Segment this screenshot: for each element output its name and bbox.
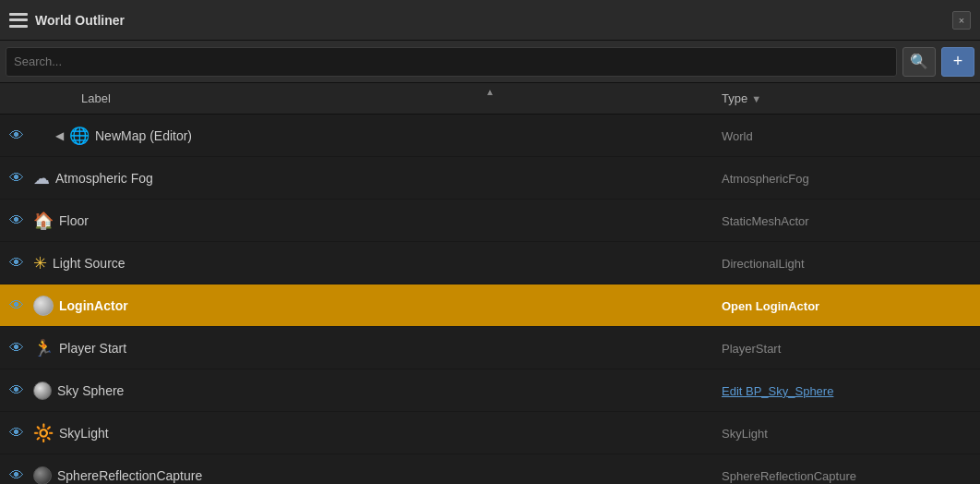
label-column-header[interactable]: Label [33,91,722,105]
visibility-toggle[interactable]: 👁 [0,212,33,229]
search-bar: 🔍 + [0,41,980,83]
table-row[interactable]: 👁 LoginActor Open LoginActor [0,284,980,327]
eye-icon: 👁 [9,425,24,442]
actor-type: SphereReflectionCapture [722,469,856,483]
type-cell: SkyLight [722,426,980,441]
actor-icon-wrap: 🏃 [33,338,54,358]
type-cell: Open LoginActor [722,298,980,313]
panel-icon [9,13,28,28]
actor-type: DirectionalLight [722,257,805,271]
title-bar: World Outliner × [0,0,980,41]
label-cell: Sky Sphere [52,383,722,398]
label-cell: SkyLight [54,426,722,441]
eye-icon: 👁 [9,467,24,484]
label-cell: SphereReflectionCapture [52,468,722,483]
actor-icon: 🔆 [33,423,54,443]
type-cell: PlayerStart [722,341,980,356]
eye-icon: 👁 [9,340,24,357]
actor-icon: 🏠 [33,211,54,231]
sort-arrow-icon: ▲ [485,87,495,97]
visibility-toggle[interactable]: 👁 [0,127,33,144]
actor-icon [33,466,52,485]
type-cell: World [722,128,980,143]
label-cell: Atmospheric Fog [50,171,722,186]
actor-type: AtmosphericFog [722,172,809,186]
actor-icon-wrap [33,381,52,400]
actor-type[interactable]: Edit BP_Sky_Sphere [722,384,833,398]
actor-icon: 🌐 [69,126,90,146]
eye-icon: 👁 [9,382,24,399]
visibility-toggle[interactable]: 👁 [0,382,33,399]
label-cell: Player Start [54,341,722,356]
table-row[interactable]: 👁 🔆 SkyLight SkyLight [0,412,980,454]
search-field-wrap[interactable] [6,47,897,77]
actor-type: World [722,129,753,143]
actor-icon-wrap: 🔆 [33,423,54,443]
type-cell: Edit BP_Sky_Sphere [722,383,980,398]
actor-type: SkyLight [722,427,768,441]
label-cell: Floor [54,213,722,228]
actor-type: StaticMeshActor [722,214,809,228]
table-row[interactable]: 👁 ☁ Atmospheric Fog AtmosphericFog [0,157,980,200]
type-cell: DirectionalLight [722,256,980,271]
table-row[interactable]: 👁 ✳ Light Source DirectionalLight [0,242,980,284]
actor-label: SkyLight [59,426,109,441]
actor-type: Open LoginActor [722,299,819,313]
visibility-toggle[interactable]: 👁 [0,425,33,442]
table-row[interactable]: 👁 🏠 Floor StaticMeshActor [0,200,980,242]
eye-icon: 👁 [9,297,24,314]
search-input[interactable] [6,48,896,76]
table-row[interactable]: 👁 Sky Sphere Edit BP_Sky_Sphere [0,369,980,412]
table-row[interactable]: 👁 SphereReflectionCapture SphereReflecti… [0,454,980,484]
label-cell: NewMap (Editor) [90,128,722,143]
actor-label: Floor [59,213,89,228]
eye-icon: 👁 [9,212,24,229]
actor-icon: 🏃 [33,338,54,358]
actor-icon-wrap [33,466,52,485]
table-row[interactable]: 👁 ◀ 🌐 NewMap (Editor) World [0,115,980,157]
visibility-toggle[interactable]: 👁 [0,255,33,272]
actor-icon-wrap [33,296,54,316]
visibility-toggle[interactable]: 👁 [0,467,33,484]
visibility-toggle[interactable]: 👁 [0,340,33,357]
actor-label: Sky Sphere [57,383,124,398]
actor-label: Light Source [53,256,125,271]
column-headers: ▲ Label Type ▼ [0,83,980,115]
actor-icon: ☁ [33,168,50,188]
actor-label: SphereReflectionCapture [57,468,202,483]
type-cell: AtmosphericFog [722,171,980,186]
eye-icon: 👁 [9,255,24,272]
table-row[interactable]: 👁 🏃 Player Start PlayerStart [0,327,980,369]
close-button[interactable]: × [952,11,971,30]
actor-type: PlayerStart [722,342,781,356]
eye-icon: 👁 [9,170,24,187]
actor-label: Atmospheric Fog [55,171,153,186]
type-column-header[interactable]: Type ▼ [722,91,980,105]
type-cell: SphereReflectionCapture [722,468,980,483]
actor-list[interactable]: 👁 ◀ 🌐 NewMap (Editor) World 👁 ☁ [0,115,980,484]
label-cell: LoginActor [54,298,722,313]
world-outliner-panel: World Outliner × 🔍 + ▲ Label Type ▼ 👁 [0,0,980,484]
panel-title: World Outliner [35,13,945,28]
actor-label: Player Start [59,341,126,356]
visibility-toggle[interactable]: 👁 [0,170,33,187]
visibility-toggle[interactable]: 👁 [0,297,33,314]
type-cell: StaticMeshActor [722,213,980,228]
filter-icon: ▼ [751,93,761,104]
actor-icon-wrap: ✳ [33,253,47,273]
expand-arrow-icon[interactable]: ◀ [55,129,64,142]
actor-icon: ✳ [33,253,47,273]
actor-icon [33,381,52,400]
actor-label: NewMap (Editor) [95,128,192,143]
label-cell: Light Source [47,256,722,271]
actor-icon-wrap: 🏠 [33,211,54,231]
search-button[interactable]: 🔍 [902,47,936,77]
actor-icon-wrap: ◀ 🌐 [33,126,90,146]
actor-icon-wrap: ☁ [33,168,50,188]
actor-icon [33,296,54,316]
add-actor-button[interactable]: + [941,47,974,77]
eye-icon: 👁 [9,127,24,144]
actor-label: LoginActor [59,298,128,313]
